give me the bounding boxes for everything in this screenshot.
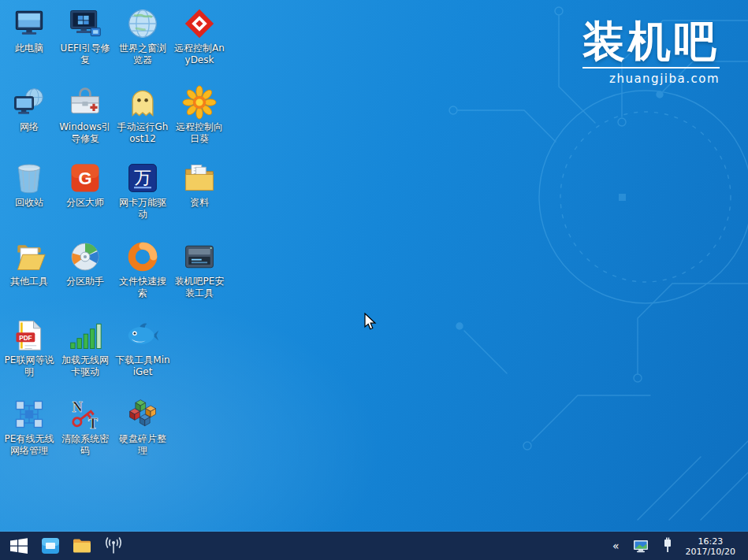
ghost-icon (125, 85, 160, 120)
desktop-icon-anydesk-remote[interactable]: 远程控制AnyDesk (172, 6, 227, 66)
folder-icon (72, 536, 92, 556)
desktop-icon-zhuangjiba-pe-install[interactable]: 装机吧PE安装工具 (172, 239, 227, 299)
signal-bars-icon (68, 318, 102, 353)
desktop-icon-label: UEFI引导修复 (58, 43, 113, 66)
desktop-icon-label: 手动运行Ghost12 (115, 121, 170, 145)
desktop-icon-other-tools[interactable]: 其他工具 (2, 239, 57, 287)
anydesk-icon (182, 6, 217, 41)
desktop-icon-label: PE联网等说明 (2, 354, 57, 378)
desktop-icon-recycle-bin[interactable]: 回收站 (2, 161, 57, 209)
desktop-icon-label: 分区大师 (66, 197, 104, 209)
mouse-cursor (363, 313, 378, 332)
brand-logo: 装机吧 zhuangjiba.com (582, 19, 720, 86)
desktop-icon-load-wireless-driver[interactable]: 加载无线网卡驱动 (58, 318, 113, 378)
pdf-doc-icon: PDF (12, 318, 47, 353)
letter-badge-icon: G (68, 161, 102, 195)
desktop[interactable]: 装机吧 zhuangjiba.com 此电脑UEFI引导修复世界之窗浏览器远程控… (0, 0, 748, 532)
desktop-icon-label: 远程控制向日葵 (172, 121, 227, 145)
svg-text:N: N (73, 399, 83, 415)
desktop-icon-label: Windows引导修复 (58, 121, 113, 145)
desktop-icon-network[interactable]: 网络 (2, 85, 57, 133)
clock-date: 2017/10/20 (686, 547, 735, 557)
toolbox-icon (68, 85, 102, 120)
desktop-icon-label: 加载无线网卡驱动 (58, 354, 113, 378)
desktop-icon-world-window-browser[interactable]: 世界之窗浏览器 (115, 6, 170, 66)
desktop-icon-uefi-boot-repair[interactable]: UEFI引导修复 (58, 6, 113, 66)
brand-domain: zhuangjiba.com (582, 72, 720, 86)
desktop-icon-label: 硬盘碎片整理 (115, 433, 170, 457)
brand-title: 装机吧 (582, 19, 720, 65)
desktop-icon-label: 资料 (190, 197, 209, 209)
taskbar-one-key-app-button[interactable] (35, 532, 66, 560)
desktop-icon-documents[interactable]: 资料 (172, 161, 227, 209)
globe-icon (125, 6, 160, 41)
desktop-icon-clear-system-password[interactable]: NT清除系统密码 (58, 397, 113, 457)
sunflower-icon (182, 85, 217, 120)
orange-ring-icon (125, 239, 160, 274)
windows-logo-icon (9, 536, 29, 556)
computer-icon (12, 6, 47, 41)
desktop-icon-run-ghost12[interactable]: 手动运行Ghost12 (115, 85, 170, 145)
desktop-icon-label: 网络 (20, 121, 39, 133)
desktop-icon-label: 世界之窗浏览器 (115, 43, 170, 66)
folder-docs-icon (182, 161, 217, 195)
desktop-icon-nic-universal-driver[interactable]: 万网卡万能驱动 (115, 161, 170, 221)
desktop-icon-label: 回收站 (15, 197, 43, 209)
taskbar-file-explorer-button[interactable] (66, 532, 98, 560)
blue-app-icon (40, 536, 61, 556)
desktop-icon-pe-network-manager[interactable]: PE有线无线网络管理 (2, 397, 57, 457)
start-button[interactable] (3, 532, 35, 560)
tray-display-icon[interactable] (632, 537, 649, 554)
open-folder-icon (12, 239, 47, 274)
desktop-icon-label: 其他工具 (10, 276, 48, 287)
net-squares-icon (12, 397, 47, 432)
fish-icon (125, 318, 160, 353)
antenna-icon (103, 536, 124, 556)
uefi-pc-icon (68, 6, 102, 41)
desktop-icon-label: 文件快速搜索 (115, 276, 170, 299)
desktop-icon-sunflower-remote[interactable]: 远程控制向日葵 (172, 85, 227, 145)
taskbar: « 16:23 2017/10/20 (0, 532, 748, 560)
desktop-icon-disk-defrag[interactable]: 硬盘碎片整理 (115, 397, 170, 457)
desktop-icon-partition-assistant[interactable]: 分区助手 (58, 239, 113, 287)
desktop-icon-label: PE有线无线网络管理 (2, 433, 57, 457)
desktop-icon-quick-file-search[interactable]: 文件快速搜索 (115, 239, 170, 299)
desktop-icon-pe-network-guide[interactable]: PDFPE联网等说明 (2, 318, 57, 378)
defrag-cubes-icon (125, 397, 160, 432)
tray-device-icon[interactable] (659, 537, 676, 554)
desktop-icon-label: 下载工具MiniGet (115, 354, 170, 378)
pe-install-icon (182, 239, 217, 274)
desktop-icon-this-pc[interactable]: 此电脑 (2, 6, 57, 54)
svg-text:万: 万 (134, 168, 151, 187)
network-icon (12, 85, 47, 120)
brand-underline (582, 67, 720, 69)
desktop-icon-label: 分区助手 (66, 276, 104, 287)
desktop-icon-miniget-downloader[interactable]: 下载工具MiniGet (115, 318, 170, 378)
desktop-icon-windows-boot-repair[interactable]: Windows引导修复 (58, 85, 113, 145)
desktop-icon-label: 装机吧PE安装工具 (172, 276, 227, 299)
recycle-bin-icon (12, 161, 47, 195)
svg-text:G: G (78, 169, 91, 188)
desktop-icon-partition-master[interactable]: G分区大师 (58, 161, 113, 209)
wan-char-icon: 万 (125, 161, 160, 195)
disk-sphere-icon (68, 239, 102, 274)
taskbar-button-group (0, 532, 129, 560)
taskbar-wireless-tool-button[interactable] (98, 532, 129, 560)
system-tray: « 16:23 2017/10/20 (609, 532, 748, 560)
desktop-icon-label: 此电脑 (15, 43, 43, 54)
taskbar-clock[interactable]: 16:23 2017/10/20 (686, 536, 735, 557)
tray-collapse-chevron[interactable]: « (609, 532, 623, 560)
nt-key-icon: NT (68, 397, 102, 432)
clock-time: 16:23 (686, 536, 735, 547)
svg-text:PDF: PDF (19, 335, 32, 342)
desktop-icon-label: 清除系统密码 (58, 433, 113, 457)
desktop-icon-label: 网卡万能驱动 (115, 197, 170, 221)
desktop-icon-label: 远程控制AnyDesk (172, 43, 227, 66)
